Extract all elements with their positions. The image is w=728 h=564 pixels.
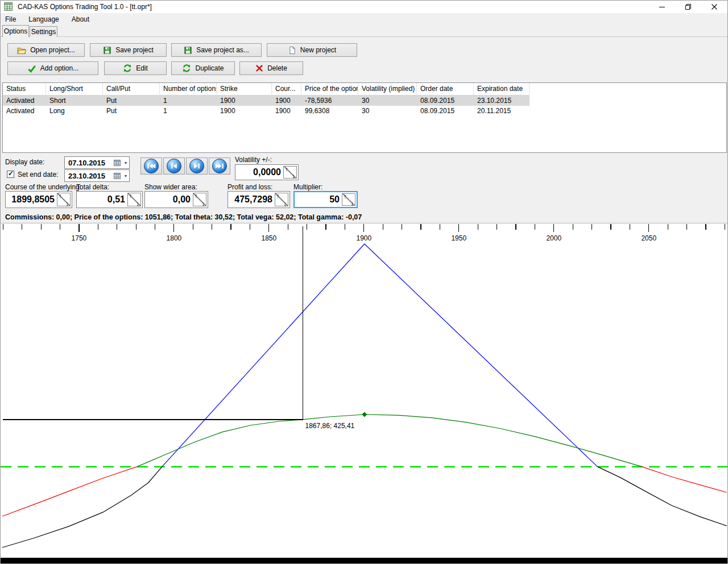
table-cell: Put <box>103 106 160 116</box>
value-at-display-date-segment <box>2 467 137 516</box>
table-cell: 99,6308 <box>301 106 358 116</box>
button-label: Edit <box>136 64 148 72</box>
end-date-picker[interactable]: 23.10.2015 <box>64 169 130 182</box>
menu-about[interactable]: About <box>67 14 94 24</box>
column-header[interactable]: Number of options <box>160 83 217 96</box>
table-cell: 1900 <box>272 106 301 116</box>
multiplier-value: 50 <box>297 192 340 207</box>
table-cell: Put <box>103 96 160 106</box>
options-table: StatusLong/ShortCall/PutNumber of option… <box>2 82 727 153</box>
totals-status-line: Commissions: 0,00; Price of the options:… <box>5 213 362 221</box>
x-axis-tick-label: 1900 <box>356 234 371 242</box>
edit-button[interactable]: Edit <box>104 61 167 75</box>
minimize-icon <box>659 3 665 10</box>
column-header[interactable]: Status <box>3 83 46 96</box>
column-header[interactable]: Order date <box>417 83 474 96</box>
table-cell: 23.10.2015 <box>474 96 530 106</box>
save-project-as-button[interactable]: Save project as... <box>171 43 262 57</box>
save-project-button[interactable]: Save project <box>90 43 167 57</box>
menu-file[interactable]: File <box>1 14 20 24</box>
tab-settings[interactable]: Settings <box>30 26 57 37</box>
nav-next-button[interactable] <box>186 157 208 175</box>
spinner-up-down[interactable] <box>127 193 141 206</box>
spinner-up-down[interactable] <box>342 193 355 206</box>
close-button[interactable] <box>701 1 727 13</box>
table-cell: 30 <box>358 106 417 116</box>
delete-button[interactable]: Delete <box>239 61 303 75</box>
x-axis-tick-label: 2000 <box>546 234 561 242</box>
save-floppy-icon <box>103 46 111 55</box>
table-cell: 1900 <box>217 106 272 116</box>
column-header[interactable]: Volatility (implied) <box>358 83 417 96</box>
menu-language[interactable]: Language <box>24 14 63 24</box>
tab-options[interactable]: Options <box>2 25 29 37</box>
spinner-up-down[interactable] <box>193 193 206 206</box>
table-cell: 1 <box>160 106 217 116</box>
show-wider-area-label: Show wider area: <box>144 183 197 191</box>
open-folder-icon <box>17 46 26 55</box>
nav-first-button[interactable] <box>140 157 162 175</box>
window-title: CAD-KAS Options Trading Tool 1.0 - [tt.o… <box>18 3 152 11</box>
button-label: New project <box>300 46 336 54</box>
app-icon <box>4 2 13 11</box>
x-axis-tick-label: 1850 <box>262 234 277 242</box>
spinner-up-down[interactable] <box>57 193 71 206</box>
add-option-button[interactable]: Add option... <box>7 61 98 75</box>
chevron-down-icon[interactable] <box>122 174 129 178</box>
button-label: Add option... <box>40 64 78 72</box>
table-row[interactable]: ActivatedLongPut11900190099,63083008.09.… <box>3 106 530 116</box>
spinner-up-down[interactable] <box>275 193 288 206</box>
close-icon <box>711 3 718 10</box>
taskbar-strip <box>1 558 728 564</box>
table-cell: 08.09.2015 <box>417 106 474 116</box>
calendar-icon <box>114 159 121 166</box>
value-at-display-date-segment <box>137 414 642 467</box>
skip-to-start-icon <box>144 159 159 173</box>
course-label: Course of the underlying: <box>5 183 81 191</box>
open-project-button[interactable]: Open project... <box>7 43 85 57</box>
step-forward-icon <box>189 159 204 173</box>
table-header: StatusLong/ShortCall/PutNumber of option… <box>3 83 530 96</box>
profit-and-loss-value: 475,7298 <box>230 192 272 208</box>
end-date-value: 23.10.2015 <box>65 172 114 180</box>
column-header[interactable]: Strike <box>217 83 272 96</box>
step-back-icon <box>167 159 181 173</box>
button-label: Delete <box>267 64 287 72</box>
total-delta-input[interactable]: 0,51 <box>76 191 143 208</box>
minimize-button[interactable] <box>649 1 675 13</box>
app-window: CAD-KAS Options Trading Tool 1.0 - [tt.o… <box>0 0 728 564</box>
set-end-date-checkbox[interactable] <box>7 171 14 178</box>
set-end-date-label: Set end date: <box>18 171 58 179</box>
button-label: Duplicate <box>195 64 224 72</box>
calendar-icon <box>114 172 121 179</box>
x-axis-tick-label: 1750 <box>72 234 87 242</box>
multiplier-input[interactable]: 50 <box>293 191 358 208</box>
table-cell: 1900 <box>272 96 301 106</box>
payoff-chart[interactable]: 17501800185019001950200020501867,86; 425… <box>1 223 728 558</box>
show-wider-area-input[interactable]: 0,00 <box>144 191 208 208</box>
new-project-button[interactable]: New project <box>267 43 357 57</box>
nav-last-button[interactable] <box>209 157 230 175</box>
column-header[interactable]: Expiration date <box>474 83 530 96</box>
table-cell: Activated <box>3 106 46 116</box>
table-cell: Long <box>46 106 103 116</box>
table-row[interactable]: ActivatedShortPut119001900-78,59363008.0… <box>3 96 530 106</box>
column-header[interactable]: Call/Put <box>103 83 160 96</box>
restore-icon <box>685 3 692 10</box>
column-header[interactable]: Long/Short <box>46 83 103 96</box>
chevron-down-icon[interactable] <box>122 161 129 165</box>
nav-previous-button[interactable] <box>163 157 185 175</box>
column-header[interactable]: Cour... <box>272 83 301 96</box>
profit-and-loss-label: Profit and loss: <box>228 183 272 191</box>
profit-and-loss-input[interactable]: 475,7298 <box>228 191 290 208</box>
volatility-input[interactable]: 0,0000 <box>235 164 299 180</box>
spinner-up-down[interactable] <box>283 166 297 179</box>
restore-button[interactable] <box>675 1 701 13</box>
column-header[interactable]: Price of the option <box>301 83 358 96</box>
value-at-end-date-segment <box>598 467 727 526</box>
duplicate-button[interactable]: Duplicate <box>171 61 235 75</box>
display-date-picker[interactable]: 07.10.2015 <box>64 156 130 169</box>
button-label: Open project... <box>30 46 75 54</box>
table-cell: Activated <box>3 96 46 106</box>
course-input[interactable]: 1899,8505 <box>5 191 72 208</box>
